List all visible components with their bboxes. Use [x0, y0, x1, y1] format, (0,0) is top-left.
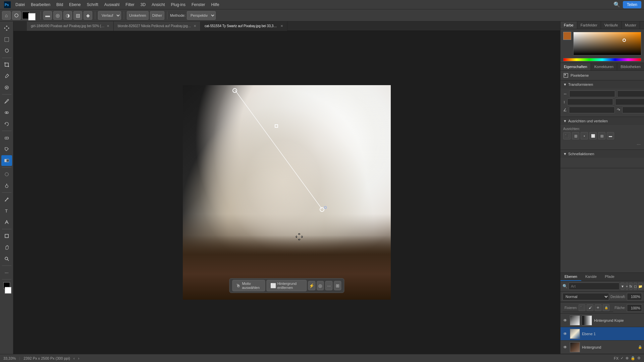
gradient-mid-handle[interactable] — [275, 124, 278, 128]
tool-lasso[interactable] — [1, 46, 12, 56]
hintergrund-entfernen-btn[interactable]: ⬜ Hintergrund entfernen — [267, 280, 307, 291]
lock-brush-btn[interactable]: 🖌 — [587, 304, 593, 311]
tool-brush-size-icon[interactable] — [12, 11, 21, 20]
tool-home-icon[interactable]: ⌂ — [2, 11, 11, 20]
transform-y-input[interactable] — [617, 90, 644, 97]
layer-mask-btn[interactable]: ◻ — [634, 283, 637, 290]
tab-1[interactable]: blonde-826027 Nikola Pešková auf Pixabay… — [114, 21, 201, 31]
status-arrow-left[interactable]: ‹ — [73, 356, 75, 360]
opacity-input[interactable] — [627, 293, 642, 300]
tool-shape[interactable] — [1, 231, 12, 241]
status-arrow-right[interactable]: › — [78, 356, 79, 360]
layers-search-input[interactable] — [569, 283, 620, 290]
tab-muster[interactable]: Muster — [622, 21, 640, 29]
align-left-btn[interactable]: ⬛ — [563, 132, 571, 139]
canvas-tool-extra-3[interactable]: ··· — [325, 281, 333, 290]
tool-eraser[interactable] — [1, 132, 12, 143]
color-swatch[interactable] — [563, 32, 571, 40]
canvas-tool-extra-4[interactable]: ⊞ — [334, 281, 341, 290]
background-swatch[interactable] — [5, 287, 11, 294]
tool-path-select[interactable] — [1, 217, 12, 228]
tab-korrekturen[interactable]: Korrekturen — [591, 63, 617, 70]
canvas-tool-extra-1[interactable]: ⚡ — [308, 281, 315, 290]
tool-dodge[interactable] — [1, 180, 12, 191]
motiv-auswaehlen-btn[interactable]: 🖱 Motiv auswählen — [232, 280, 265, 291]
layer-group-btn[interactable]: 📁 — [638, 283, 643, 290]
tool-history-brush[interactable] — [1, 119, 12, 129]
transform-x-input[interactable] — [569, 90, 615, 97]
layer-style-btn[interactable]: fx — [629, 283, 633, 290]
menu-schrift[interactable]: Schrift — [84, 1, 101, 8]
tab-farbe[interactable]: Farbe — [560, 21, 577, 29]
umkehren-button[interactable]: Umkehren — [127, 11, 149, 20]
tool-gradient[interactable] — [1, 155, 12, 166]
align-center-v-btn[interactable]: ▤ — [598, 132, 605, 139]
gradient-shape-radial[interactable]: ◎ — [53, 11, 62, 20]
schnellaktionen-header[interactable]: ▼ Schnellaktionen — [560, 150, 644, 158]
menu-ansicht[interactable]: Ansicht — [149, 1, 167, 8]
blend-mode-select[interactable]: Normal — [562, 293, 609, 300]
tool-paint-bucket[interactable] — [1, 144, 12, 155]
tool-zoom[interactable] — [1, 253, 12, 264]
transform-w-input[interactable] — [567, 99, 613, 105]
transform-skew-input[interactable] — [622, 107, 644, 113]
menu-auswahl[interactable]: Auswahl — [102, 1, 122, 8]
tab-kanaele[interactable]: Kanäle — [581, 273, 601, 281]
gradient-shape-angle[interactable]: ◑ — [63, 11, 72, 20]
tab-eigenschaften[interactable]: Eigenschaften — [560, 63, 591, 70]
tab-1-close[interactable]: ✕ — [194, 24, 196, 28]
lock-position-btn[interactable]: ✛ — [595, 304, 601, 311]
menu-bearbeiten[interactable]: Bearbeiten — [28, 1, 53, 8]
gradient-start-handle[interactable] — [232, 88, 237, 93]
tab-2-close[interactable]: ✕ — [280, 24, 283, 28]
tool-text[interactable]: T — [1, 205, 12, 216]
menu-datei[interactable]: Datei — [13, 1, 28, 8]
menu-ebene[interactable]: Ebene — [66, 1, 84, 8]
tool-hand[interactable] — [1, 242, 12, 253]
tool-brush[interactable] — [1, 96, 12, 107]
tool-blur[interactable] — [1, 169, 12, 180]
menu-bild[interactable]: Bild — [54, 1, 66, 8]
layer-hintergrund-kopie[interactable]: 👁 Hintergrund Kopie — [560, 314, 644, 327]
menu-hilfe[interactable]: Hilfe — [209, 1, 222, 8]
transformieren-header[interactable]: ▼ Transformieren — [560, 80, 644, 88]
lock-transparency-btn[interactable]: ⬛ — [579, 304, 585, 311]
background-color-swatch[interactable] — [28, 13, 36, 20]
align-center-h-btn[interactable]: ▥ — [572, 132, 579, 139]
layer-ebene1[interactable]: 👁 Ebene 1 — [560, 327, 644, 341]
tab-2[interactable]: cat-551554 Ty Swartz auf Pixabay.jpg bei… — [201, 21, 287, 31]
gradient-shape-diamond[interactable]: ◆ — [84, 11, 92, 20]
fill-input[interactable] — [627, 304, 642, 312]
transform-angle-input[interactable] — [569, 107, 615, 113]
tab-ebenen[interactable]: Ebenen — [560, 273, 581, 281]
gradient-shape-linear[interactable]: ▬ — [43, 11, 52, 20]
tab-0-close[interactable]: ✕ — [107, 24, 109, 28]
transform-h-input[interactable] — [615, 99, 644, 105]
layer-hintergrund[interactable]: 👁 Hintergrund 🔒 — [560, 341, 644, 354]
align-top-btn[interactable]: ⬜ — [589, 132, 597, 139]
tab-pfade[interactable]: Pfade — [601, 273, 619, 281]
layer-add-icon-btn[interactable]: + — [626, 283, 628, 290]
lock-all-btn[interactable]: 🔒 — [603, 304, 609, 311]
tool-move[interactable] — [1, 23, 12, 34]
hue-bar[interactable] — [563, 58, 641, 61]
layer-visibility-2[interactable]: 👁 — [562, 345, 568, 350]
align-bottom-btn[interactable]: ▬ — [607, 132, 614, 139]
ausrichten-more-btn[interactable]: ··· — [563, 141, 641, 147]
layer-filter-btn[interactable]: ▼ — [621, 283, 625, 290]
menu-filter[interactable]: Filter — [123, 1, 137, 8]
tool-pen[interactable] — [1, 194, 12, 205]
methode-select[interactable]: Perspektiv — [187, 11, 216, 20]
ausrichten-header[interactable]: ▼ Ausrichten und verteilen — [560, 117, 644, 125]
canvas-area[interactable]: 🖱 Motiv auswählen ⬜ Hintergrund entferne… — [13, 31, 560, 354]
tool-eyedropper[interactable] — [1, 71, 12, 81]
tab-verlaeufe[interactable]: Verläufe — [601, 21, 622, 29]
tab-bibliotheken[interactable]: Bibliotheken — [617, 63, 644, 70]
dither-button[interactable]: Dither — [150, 11, 164, 20]
menu-fenster[interactable]: Fenster — [189, 1, 208, 8]
align-right-btn[interactable]: ▪ — [581, 132, 588, 139]
tool-clone[interactable] — [1, 107, 12, 118]
menu-plugins[interactable]: Plug-ins — [168, 1, 188, 8]
search-icon[interactable]: 🔍 — [613, 1, 620, 8]
color-spectrum[interactable] — [573, 32, 641, 55]
